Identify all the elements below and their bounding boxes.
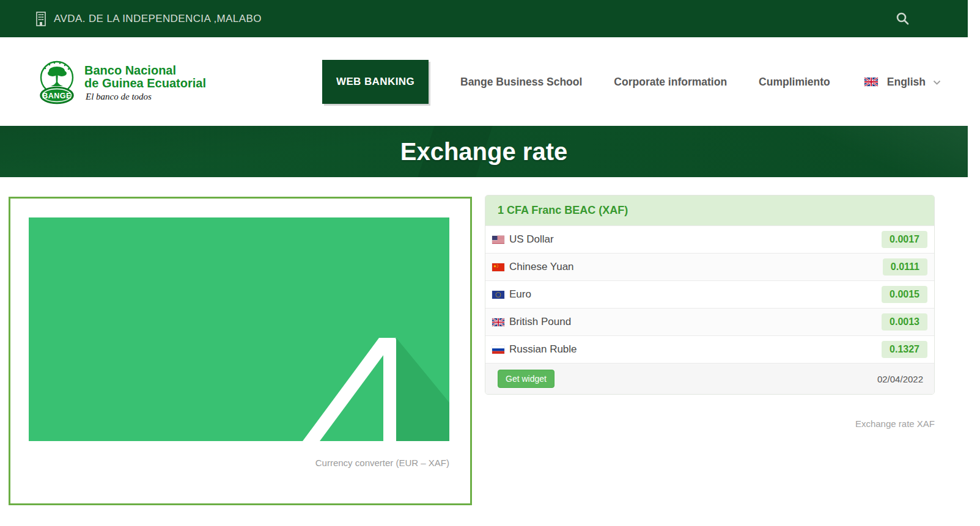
exchange-rates-panel: 1 CFA Franc BEAC (XAF) US Dollar 0.0017 … bbox=[485, 195, 935, 395]
bank-address: AVDA. DE LA INDEPENDENCIA ,MALABO bbox=[54, 13, 262, 25]
eu-flag-icon bbox=[492, 291, 504, 299]
bank-tagline: El banco de todos bbox=[84, 92, 206, 102]
nav-item-cumplimiento[interactable]: Cumplimiento bbox=[759, 76, 830, 89]
rate-value: 0.0111 bbox=[883, 258, 927, 276]
bank-name-block: Banco Nacional de Guinea Ecuatorial El b… bbox=[84, 64, 206, 102]
ru-flag-icon bbox=[492, 346, 504, 354]
main-nav: WEB BANKING Bange Business School Corpor… bbox=[322, 60, 941, 104]
address-block: AVDA. DE LA INDEPENDENCIA ,MALABO bbox=[35, 11, 262, 27]
rate-value: 0.0017 bbox=[882, 231, 927, 248]
bank-name-line1: Banco Nacional bbox=[84, 64, 206, 77]
us-flag-icon bbox=[492, 236, 504, 244]
nav-item-bange-business-school[interactable]: Bange Business School bbox=[460, 76, 582, 89]
site-header: BANGE Banco Nacional de Guinea Ecuatoria… bbox=[0, 37, 968, 126]
page-banner: Exchange rate bbox=[0, 126, 968, 177]
rate-value: 0.0013 bbox=[882, 313, 927, 331]
building-icon bbox=[35, 11, 47, 27]
page: AVDA. DE LA INDEPENDENCIA ,MALABO bbox=[0, 0, 980, 526]
rate-row-russian-ruble: Russian Ruble 0.1327 bbox=[485, 335, 934, 363]
exchange-rate-xaf-link[interactable]: Exchange rate XAF bbox=[485, 418, 935, 429]
bank-logo[interactable]: BANGE Banco Nacional de Guinea Ecuatoria… bbox=[35, 57, 206, 109]
rates-footer: Get widget 02/04/2022 bbox=[485, 363, 934, 394]
rate-currency: Russian Ruble bbox=[509, 343, 577, 356]
rates-header: 1 CFA Franc BEAC (XAF) bbox=[485, 195, 934, 225]
rate-row-chinese-yuan: Chinese Yuan 0.0111 bbox=[485, 253, 934, 280]
rate-value: 0.1327 bbox=[882, 341, 927, 358]
gb-flag-icon bbox=[492, 318, 504, 326]
search-icon[interactable] bbox=[896, 12, 910, 26]
rate-value: 0.0015 bbox=[882, 286, 927, 303]
uk-flag-icon bbox=[864, 78, 878, 86]
chevron-down-icon bbox=[933, 80, 941, 86]
rate-currency: Euro bbox=[509, 288, 531, 301]
topbar: AVDA. DE LA INDEPENDENCIA ,MALABO bbox=[0, 0, 968, 37]
converter-caption: Currency converter (EUR – XAF) bbox=[29, 458, 449, 468]
rate-row-british-pound: British Pound 0.0013 bbox=[485, 308, 934, 335]
rates-title: 1 CFA Franc BEAC (XAF) bbox=[498, 204, 628, 217]
currency-converter-image bbox=[29, 217, 449, 441]
rate-currency: British Pound bbox=[509, 316, 571, 328]
bange-logo-icon: BANGE bbox=[35, 57, 79, 109]
bank-name-line2: de Guinea Ecuatorial bbox=[84, 77, 206, 90]
svg-text:BANGE: BANGE bbox=[42, 92, 72, 100]
rate-currency: Chinese Yuan bbox=[509, 261, 574, 273]
rate-currency: US Dollar bbox=[509, 233, 554, 246]
cn-flag-icon bbox=[492, 263, 504, 271]
language-selector[interactable]: English bbox=[864, 76, 941, 89]
page-title: Exchange rate bbox=[0, 126, 968, 177]
nav-item-corporate-information[interactable]: Corporate information bbox=[614, 76, 727, 89]
language-label: English bbox=[887, 76, 926, 89]
rates-date: 02/04/2022 bbox=[877, 374, 923, 384]
rate-row-us-dollar: US Dollar 0.0017 bbox=[485, 225, 934, 253]
rate-row-euro: Euro 0.0015 bbox=[485, 280, 934, 308]
web-banking-button[interactable]: WEB BANKING bbox=[322, 60, 429, 104]
get-widget-button[interactable]: Get widget bbox=[498, 370, 554, 388]
currency-converter-widget: Currency converter (EUR – XAF) bbox=[9, 197, 472, 505]
